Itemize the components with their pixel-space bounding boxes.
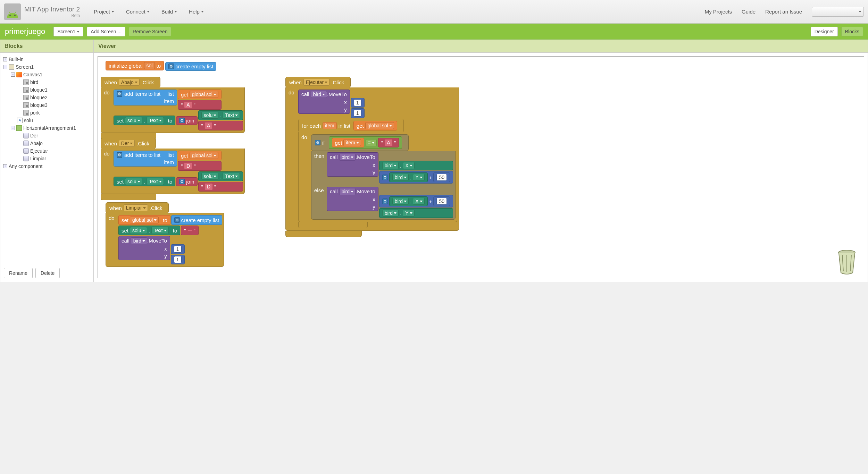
gear-icon[interactable] bbox=[168, 64, 174, 69]
remove-screen-button[interactable]: Remove Screen bbox=[129, 27, 171, 36]
tree-limpiar[interactable]: Limpiar bbox=[3, 155, 92, 162]
block-init-global[interactable]: initialize global sol to create empty li… bbox=[106, 61, 216, 71]
label-icon: A bbox=[17, 118, 23, 123]
prop-dropdown[interactable]: Text bbox=[151, 227, 169, 234]
caret-icon bbox=[77, 31, 80, 33]
gear-icon[interactable] bbox=[179, 179, 185, 184]
gear-icon[interactable] bbox=[117, 91, 122, 97]
gear-icon[interactable] bbox=[382, 198, 388, 204]
component-dropdown[interactable]: bird bbox=[382, 162, 399, 169]
expand-icon[interactable]: + bbox=[3, 57, 7, 61]
prop-dropdown[interactable]: X bbox=[413, 198, 424, 205]
blocks-workspace[interactable]: initialize global sol to create empty li… bbox=[98, 56, 864, 278]
var-dropdown[interactable]: global sol bbox=[130, 217, 159, 223]
collapse-icon[interactable]: − bbox=[3, 65, 7, 69]
language-select[interactable] bbox=[812, 7, 864, 17]
component-dropdown[interactable]: solu bbox=[125, 117, 142, 124]
component-dropdown[interactable]: bird bbox=[339, 188, 356, 195]
link-my-projects[interactable]: My Projects bbox=[705, 9, 732, 15]
logo: MIT App Inventor 2 Beta bbox=[4, 3, 80, 20]
component-dropdown[interactable]: bird bbox=[131, 237, 147, 244]
component-dropdown[interactable]: bird bbox=[311, 91, 327, 98]
rename-button[interactable]: Rename bbox=[4, 268, 33, 278]
var-dropdown[interactable]: global sol bbox=[190, 152, 218, 159]
tree-pork[interactable]: pork bbox=[3, 109, 92, 117]
component-dropdown[interactable]: bird bbox=[339, 154, 356, 161]
caret-icon bbox=[859, 11, 861, 12]
prop-dropdown[interactable]: Text bbox=[147, 117, 164, 124]
gear-icon[interactable] bbox=[117, 152, 122, 158]
prop-dropdown[interactable]: Text bbox=[223, 173, 240, 180]
tree-any-component[interactable]: +Any component bbox=[3, 162, 92, 170]
prop-dropdown[interactable]: Text bbox=[223, 112, 240, 119]
component-dropdown[interactable]: solu bbox=[201, 112, 219, 119]
prop-dropdown[interactable]: Text bbox=[147, 178, 164, 185]
menu-connect[interactable]: Connect bbox=[126, 9, 150, 15]
gear-icon[interactable] bbox=[179, 118, 185, 123]
component-dropdown[interactable]: Abajo bbox=[119, 79, 140, 86]
link-guide[interactable]: Guide bbox=[742, 9, 756, 15]
tree-harr[interactable]: −HorizontalArrangement1 bbox=[3, 124, 92, 132]
link-report-issue[interactable]: Report an Issue bbox=[765, 9, 802, 15]
component-dropdown[interactable]: Limpiar bbox=[124, 204, 148, 211]
gear-icon[interactable] bbox=[382, 175, 388, 180]
tree-screen1[interactable]: −Screen1 bbox=[3, 63, 92, 71]
prop-dropdown[interactable]: Y bbox=[403, 210, 414, 217]
tree-bloque1[interactable]: bloque1 bbox=[3, 86, 92, 94]
expand-icon[interactable]: + bbox=[3, 164, 7, 168]
component-dropdown[interactable]: bird bbox=[382, 210, 399, 217]
component-dropdown[interactable]: Der bbox=[119, 140, 135, 147]
svg-point-0 bbox=[9, 15, 11, 16]
component-dropdown[interactable]: bird bbox=[392, 174, 409, 181]
menu-help[interactable]: Help bbox=[189, 9, 204, 15]
add-screen-button[interactable]: Add Screen ... bbox=[87, 27, 125, 36]
collapse-icon[interactable]: − bbox=[11, 126, 15, 130]
project-name: primerjuego bbox=[5, 27, 45, 36]
component-tree: +Built-in −Screen1 −Canvas1 bird bloque1… bbox=[0, 53, 93, 264]
block-when-abajo-click[interactable]: whenAbajo.Click add items to list list i… bbox=[101, 77, 245, 139]
component-dropdown[interactable]: solu bbox=[201, 173, 219, 180]
component-dropdown[interactable]: bird bbox=[392, 198, 409, 205]
var-dropdown[interactable]: global sol bbox=[190, 91, 218, 98]
block-when-ejecutar-click[interactable]: whenEjecutar.Click call bird.MoveTo x y … bbox=[285, 77, 459, 237]
main-content: Blocks +Built-in −Screen1 −Canvas1 bird … bbox=[0, 40, 868, 282]
gear-icon[interactable] bbox=[315, 140, 320, 145]
logo-icon bbox=[4, 3, 21, 20]
blocks-button[interactable]: Blocks bbox=[841, 27, 863, 36]
tree-builtin[interactable]: +Built-in bbox=[3, 56, 92, 63]
component-dropdown[interactable]: Ejecutar bbox=[303, 79, 329, 86]
tree-der[interactable]: Der bbox=[3, 132, 92, 139]
tree-solu[interactable]: Asolu bbox=[3, 117, 92, 124]
tree-bloque3[interactable]: bloque3 bbox=[3, 101, 92, 109]
tree-abajo[interactable]: Abajo bbox=[3, 139, 92, 147]
menu-build[interactable]: Build bbox=[161, 9, 177, 15]
gear-icon[interactable] bbox=[174, 217, 180, 223]
prop-dropdown[interactable]: Y bbox=[413, 174, 424, 181]
menu-project[interactable]: Project bbox=[94, 9, 114, 15]
var-dropdown[interactable]: item bbox=[343, 139, 361, 146]
trash-icon[interactable] bbox=[836, 248, 858, 274]
tree-canvas1[interactable]: −Canvas1 bbox=[3, 71, 92, 78]
op-dropdown[interactable]: = bbox=[366, 139, 377, 146]
screen-dropdown[interactable]: Screen1 bbox=[53, 27, 83, 36]
tree-ejecutar[interactable]: Ejecutar bbox=[3, 147, 92, 155]
caret-icon bbox=[147, 11, 150, 12]
beta-label: Beta bbox=[24, 13, 80, 18]
button-icon bbox=[23, 141, 29, 146]
menu-bar: Project Connect Build Help bbox=[94, 9, 204, 15]
canvas-icon bbox=[16, 72, 22, 77]
delete-button[interactable]: Delete bbox=[35, 268, 60, 278]
block-when-der-click[interactable]: whenDer.Click add items to list list ite… bbox=[101, 138, 245, 200]
component-dropdown[interactable]: solu bbox=[130, 227, 147, 234]
tree-bird[interactable]: bird bbox=[3, 78, 92, 86]
collapse-icon[interactable]: − bbox=[11, 73, 15, 77]
sprite-icon bbox=[23, 95, 29, 100]
designer-button[interactable]: Designer bbox=[811, 27, 838, 36]
sprite-icon bbox=[23, 79, 29, 85]
var-dropdown[interactable]: global sol bbox=[365, 122, 394, 129]
tree-bloque2[interactable]: bloque2 bbox=[3, 94, 92, 101]
component-dropdown[interactable]: solu bbox=[125, 178, 142, 185]
screen-icon bbox=[9, 64, 14, 70]
prop-dropdown[interactable]: X bbox=[403, 162, 414, 169]
block-when-limpiar-click[interactable]: whenLimpiar.Click setglobal sol to creat… bbox=[106, 202, 224, 267]
